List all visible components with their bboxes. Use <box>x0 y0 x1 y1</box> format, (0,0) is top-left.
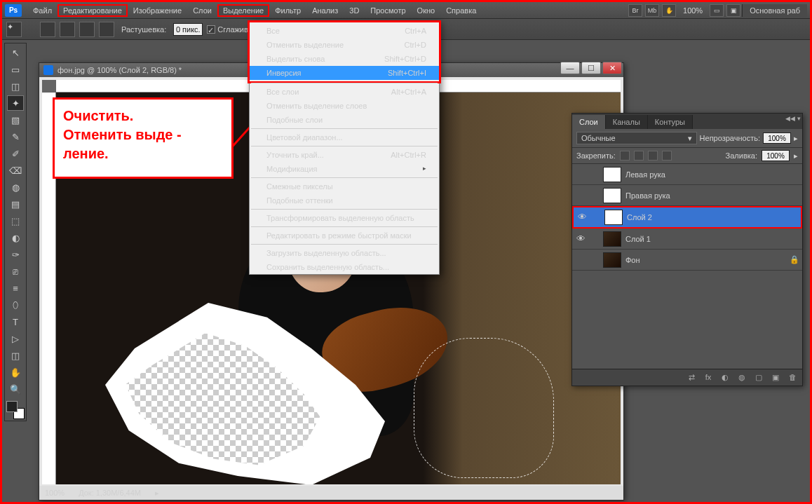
hand-icon[interactable]: ✋ <box>662 4 676 17</box>
menu-image[interactable]: Изображение <box>128 4 187 17</box>
mask-icon[interactable]: ◐ <box>719 373 731 383</box>
tool-17[interactable]: ▷ <box>7 331 24 346</box>
sel-add-icon[interactable] <box>60 22 75 37</box>
menu-item--[interactable]: Смежные пикселы <box>250 179 439 193</box>
foreground-background-swatch[interactable] <box>6 401 25 419</box>
tool-2[interactable]: ◫ <box>7 79 24 94</box>
tool-15[interactable]: ⬯ <box>7 297 24 313</box>
tool-18[interactable]: ◫ <box>7 348 24 363</box>
menu-filter[interactable]: Фильтр <box>269 4 306 17</box>
menu-item--[interactable]: ВсеCtrl+A <box>250 24 439 38</box>
lasso-preset-icon[interactable]: ✦ <box>6 22 22 37</box>
tool-3[interactable]: ✦ <box>7 95 24 111</box>
menu-3d[interactable]: 3D <box>344 4 365 17</box>
tool-6[interactable]: ✐ <box>7 146 24 161</box>
status-docinfo[interactable]: Док: 1,30M/6,44M <box>79 489 141 497</box>
lock-pos-icon[interactable] <box>648 151 658 161</box>
screen-icon[interactable]: ▣ <box>726 4 740 17</box>
tool-11[interactable]: ◐ <box>7 230 24 245</box>
menu-item--[interactable]: Сохранить выделенную область... <box>250 260 439 274</box>
tool-14[interactable]: ≡ <box>7 280 24 296</box>
layer-row[interactable]: 👁Слой 1 <box>572 229 802 250</box>
menu-help[interactable]: Справка <box>440 4 482 17</box>
layer-row[interactable]: Левая рука <box>572 164 802 185</box>
tab-channels[interactable]: Каналы <box>606 115 648 129</box>
menu-item--[interactable]: Отменить выделениеCtrl+D <box>250 38 439 52</box>
menu-item--[interactable]: Трансформировать выделенную область <box>250 211 439 225</box>
tab-layers[interactable]: Слои <box>572 115 606 129</box>
menu-item--[interactable]: Отменить выделение слоев <box>250 99 439 113</box>
tool-9[interactable]: ▤ <box>7 196 24 212</box>
tool-5[interactable]: ✎ <box>7 129 24 144</box>
trash-icon[interactable]: 🗑 <box>787 373 798 383</box>
tool-19[interactable]: ✋ <box>7 365 24 380</box>
layer-row[interactable]: Правая рука <box>572 185 802 206</box>
layer-name[interactable]: Правая рука <box>625 191 799 200</box>
menu-layers[interactable]: Слои <box>187 4 217 17</box>
sel-sub-icon[interactable] <box>79 22 95 37</box>
new-layer-icon[interactable]: ▣ <box>770 373 781 383</box>
status-zoom[interactable]: 100% <box>45 489 65 497</box>
maximize-button[interactable]: ☐ <box>581 62 601 74</box>
feather-input[interactable] <box>173 23 203 36</box>
panel-collapse-icon[interactable]: ◀◀ ▾ <box>785 115 801 122</box>
tool-16[interactable]: T <box>7 314 24 329</box>
visibility-icon[interactable] <box>575 254 586 266</box>
visibility-icon[interactable] <box>575 169 586 180</box>
menu-item--[interactable]: Уточнить край...Alt+Ctrl+R <box>250 148 439 162</box>
tool-4[interactable]: ▧ <box>7 112 24 128</box>
menu-item--[interactable]: Подобные слои <box>250 113 439 127</box>
tool-13[interactable]: ⎚ <box>7 264 24 279</box>
menu-select[interactable]: Выделение <box>217 4 269 17</box>
menu-item--[interactable]: ИнверсияShift+Ctrl+I <box>250 66 439 80</box>
folder-icon[interactable]: ▢ <box>753 373 764 383</box>
lock-trans-icon[interactable] <box>620 151 630 161</box>
fill-input[interactable] <box>762 150 790 161</box>
tool-7[interactable]: ⌫ <box>7 163 24 178</box>
menu-item--[interactable]: Выделить сноваShift+Ctrl+D <box>250 52 439 66</box>
menu-item--[interactable]: Модификация <box>250 162 439 176</box>
br-icon[interactable]: Br <box>628 4 642 17</box>
lock-paint-icon[interactable] <box>634 151 644 161</box>
layer-name[interactable]: Фон <box>625 256 785 264</box>
tool-20[interactable]: 🔍 <box>7 381 24 397</box>
layer-name[interactable]: Слой 1 <box>625 235 799 243</box>
menu-edit[interactable]: Редактирование <box>57 4 128 17</box>
layer-row[interactable]: 👁Слой 2 <box>572 206 802 229</box>
arrange-icon[interactable]: ▭ <box>710 4 724 17</box>
layer-name[interactable]: Левая рука <box>625 170 799 179</box>
tool-1[interactable]: ▭ <box>7 62 24 77</box>
menu-item--[interactable]: Подобные оттенки <box>250 193 439 207</box>
menu-file[interactable]: Файл <box>27 4 57 17</box>
sel-int-icon[interactable] <box>99 22 114 37</box>
tool-10[interactable]: ⬚ <box>7 213 24 229</box>
sel-new-icon[interactable] <box>40 22 55 37</box>
tab-paths[interactable]: Контуры <box>648 115 693 129</box>
menu-item--[interactable]: Редактировать в режиме быстрой маски <box>250 229 439 243</box>
link-icon[interactable]: ⇄ <box>686 373 697 383</box>
minimize-button[interactable]: — <box>560 62 580 74</box>
tool-0[interactable]: ↖ <box>7 45 24 60</box>
layer-row[interactable]: Фон🔒 <box>572 250 802 271</box>
zoom-display[interactable]: 100% <box>677 6 708 15</box>
layer-name[interactable]: Слой 2 <box>627 213 798 222</box>
workspace-label[interactable]: Основная раб <box>742 4 807 17</box>
menu-item--[interactable]: Все слоиAlt+Ctrl+A <box>250 85 439 99</box>
fx-icon[interactable]: fx <box>703 373 714 383</box>
menu-item--[interactable]: Цветовой диапазон... <box>250 130 439 144</box>
adjust-icon[interactable]: ◍ <box>736 373 747 383</box>
menu-analysis[interactable]: Анализ <box>306 4 344 17</box>
blend-mode-select[interactable]: Обычные▾ <box>576 132 697 144</box>
visibility-icon[interactable]: 👁 <box>575 233 586 245</box>
tool-8[interactable]: ◍ <box>7 179 24 195</box>
visibility-icon[interactable]: 👁 <box>576 212 588 223</box>
menu-view[interactable]: Просмотр <box>365 4 411 17</box>
opacity-input[interactable] <box>763 132 791 144</box>
menu-item--[interactable]: Загрузить выделенную область... <box>250 246 439 260</box>
tool-12[interactable]: ✑ <box>7 247 24 262</box>
mb-icon[interactable]: Mb <box>645 4 659 17</box>
menu-window[interactable]: Окно <box>412 4 441 17</box>
lock-all-icon[interactable] <box>662 151 672 161</box>
visibility-icon[interactable] <box>575 190 586 201</box>
close-button[interactable]: ✕ <box>602 62 622 74</box>
